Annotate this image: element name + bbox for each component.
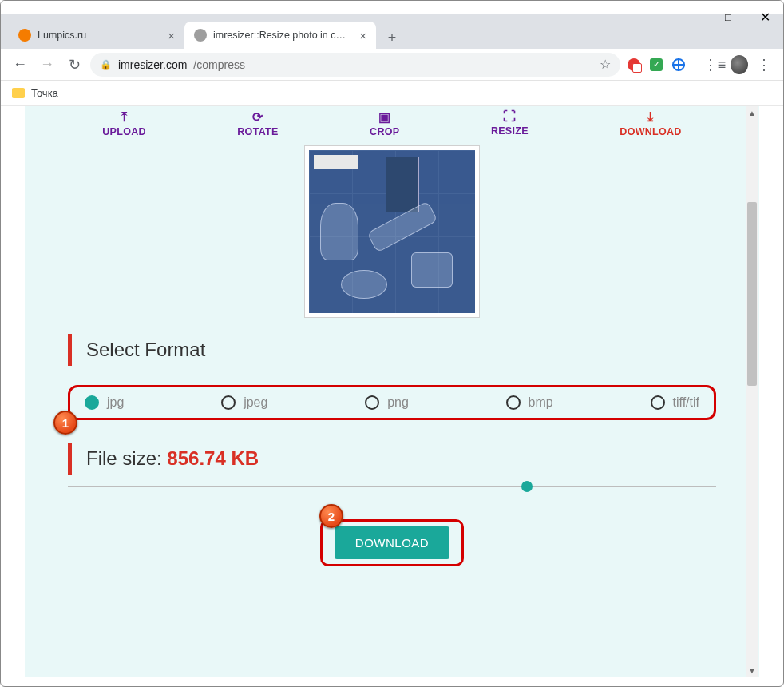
step-rotate[interactable]: ⟳ ROTATE <box>237 109 278 137</box>
step-label: UPLOAD <box>102 126 146 137</box>
file-size-value: 856.74 KB <box>167 447 259 469</box>
tab-close-icon[interactable]: × <box>168 29 175 42</box>
rotate-icon: ⟳ <box>252 109 263 125</box>
extension-opera-icon[interactable] <box>625 56 643 73</box>
back-button[interactable]: ← <box>9 54 31 76</box>
window-maximize-button[interactable]: □ <box>710 1 746 33</box>
extension-check-icon[interactable]: ✓ <box>647 56 665 73</box>
scroll-down-icon[interactable]: ▼ <box>746 664 758 677</box>
forward-button[interactable]: → <box>36 54 58 76</box>
url-path: /compress <box>193 58 245 71</box>
radio-label: png <box>387 395 409 410</box>
lock-icon: 🔒 <box>100 59 112 70</box>
format-radio-png[interactable]: png <box>365 395 409 410</box>
slider-track <box>68 486 716 487</box>
format-radio-jpeg[interactable]: jpeg <box>221 395 267 410</box>
crop-icon: ▣ <box>378 109 390 125</box>
window-controls: — □ ✕ <box>673 1 783 33</box>
step-crop[interactable]: ▣ CROP <box>370 109 399 137</box>
section-heading: Select Format <box>68 334 716 366</box>
format-radio-bmp[interactable]: bmp <box>506 395 553 410</box>
page-viewport: ⤒ UPLOAD ⟳ ROTATE ▣ CROP ⛶ RESIZE ⤓ DOWN… <box>25 106 759 677</box>
file-size-section: File size: 856.74 KB <box>68 443 716 475</box>
tab-lumpics[interactable]: Lumpics.ru × <box>9 22 184 49</box>
resize-icon: ⛶ <box>503 109 516 124</box>
address-bar[interactable]: 🔒 imresizer.com/compress ☆ <box>90 53 620 77</box>
radio-dot-icon <box>85 395 99 410</box>
vertical-scrollbar[interactable]: ▲ ▼ <box>746 106 758 677</box>
step-upload[interactable]: ⤒ UPLOAD <box>102 109 146 137</box>
image-preview <box>304 145 480 318</box>
step-label: RESIZE <box>491 125 529 137</box>
radio-label: jpg <box>107 395 124 410</box>
file-size-heading: File size: 856.74 KB <box>68 443 716 475</box>
format-options-highlight: jpg jpeg png bmp tiff/tif <box>68 385 716 420</box>
tab-title: Lumpics.ru <box>38 30 161 41</box>
slider-knob[interactable] <box>521 481 533 492</box>
window-minimize-button[interactable]: — <box>673 1 710 33</box>
radio-dot-icon <box>506 395 521 410</box>
url-host: imresizer.com <box>118 58 187 71</box>
browser-menu-button[interactable]: ⋮ <box>753 54 775 76</box>
download-button-highlight: 2 DOWNLOAD <box>320 519 464 566</box>
browser-toolbar: ← → ↻ 🔒 imresizer.com/compress ☆ ✓ ⋮≡ ⋮ <box>1 49 783 81</box>
radio-label: bmp <box>529 395 553 410</box>
favicon-icon <box>18 29 31 42</box>
favicon-icon <box>194 29 207 42</box>
step-label: CROP <box>370 126 399 137</box>
window-titlebar <box>1 1 783 14</box>
blueprint-image <box>309 150 475 313</box>
format-radio-tiff[interactable]: tiff/tif <box>651 395 700 410</box>
format-radio-jpg[interactable]: jpg <box>85 395 124 410</box>
step-nav: ⤒ UPLOAD ⟳ ROTATE ▣ CROP ⛶ RESIZE ⤓ DOWN… <box>25 106 759 142</box>
download-icon: ⤓ <box>645 109 655 125</box>
reload-button[interactable]: ↻ <box>63 54 85 76</box>
radio-dot-icon <box>651 395 665 410</box>
select-format-section: Select Format <box>68 334 716 366</box>
bookmark-folder-icon <box>12 88 25 98</box>
bookmark-star-icon[interactable]: ☆ <box>600 57 611 72</box>
browser-tabstrip: Lumpics.ru × imresizer::Resize photo in … <box>1 14 783 49</box>
step-download[interactable]: ⤓ DOWNLOAD <box>620 109 681 137</box>
step-label: ROTATE <box>237 126 278 137</box>
tab-title: imresizer::Resize photo in cm, mm <box>213 30 353 41</box>
radio-label: tiff/tif <box>673 395 700 410</box>
tab-imresizer[interactable]: imresizer::Resize photo in cm, mm × <box>184 22 376 49</box>
radio-dot-icon <box>365 395 379 410</box>
reading-list-icon[interactable]: ⋮≡ <box>703 54 726 76</box>
radio-label: jpeg <box>244 395 267 410</box>
format-options-box: 1 jpg jpeg png bmp tiff/tif <box>68 385 716 420</box>
scroll-up-icon[interactable]: ▲ <box>746 106 758 119</box>
bookmark-folder-label[interactable]: Точка <box>31 87 58 99</box>
file-size-label: File size: <box>86 447 167 469</box>
bookmarks-bar: Точка <box>1 81 783 106</box>
upload-icon: ⤒ <box>119 109 129 125</box>
step-label: DOWNLOAD <box>620 126 681 137</box>
scrollbar-thumb[interactable] <box>747 202 757 386</box>
profile-avatar[interactable] <box>731 56 748 73</box>
download-button[interactable]: DOWNLOAD <box>335 526 449 559</box>
annotation-marker-2: 2 <box>319 504 343 528</box>
annotation-marker-1: 1 <box>53 411 77 435</box>
new-tab-button[interactable]: + <box>381 26 403 49</box>
step-resize[interactable]: ⛶ RESIZE <box>491 109 529 137</box>
tab-close-icon[interactable]: × <box>359 29 366 42</box>
quality-slider[interactable] <box>68 486 716 487</box>
window-close-button[interactable]: ✕ <box>746 1 783 33</box>
radio-dot-icon <box>221 395 236 410</box>
extension-globe-icon[interactable] <box>670 56 687 73</box>
